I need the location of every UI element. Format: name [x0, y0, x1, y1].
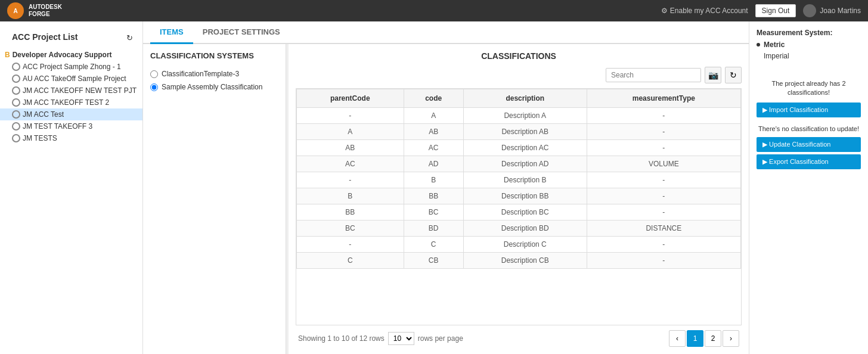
cell-code-5: BB: [404, 188, 463, 204]
sidebar-item-jm-tests[interactable]: JM TESTS: [0, 132, 142, 144]
cell-description-9: Description CB: [463, 253, 587, 269]
cell-code-3: AD: [404, 156, 463, 172]
showing-text: Showing 1 to 10 of 12 rows: [298, 334, 385, 343]
table-row: -CDescription C-: [297, 237, 741, 253]
table-row: -BDescription B-: [297, 172, 741, 188]
classifications-notice: The project already has 2 classification…: [757, 79, 861, 98]
logo-icon: A: [7, 2, 24, 19]
sidebar-item-acc-project-sample-zhong[interactable]: ACC Project Sample Zhong - 1: [0, 61, 142, 73]
sidebar-title: ACC Project List: [5, 29, 85, 46]
cell-code-0: A: [404, 108, 463, 124]
globe-icon: [12, 134, 20, 142]
cell-description-7: Description BD: [463, 221, 587, 237]
globe-icon: [12, 74, 20, 83]
classifications-panel: CLASSIFICATIONS 📷 ↻ parentCodecoded: [289, 44, 749, 354]
cell-parentCode-6: BB: [297, 204, 404, 221]
radio-input-sample-assembly-classification[interactable]: [150, 83, 158, 91]
table-row: BBBDescription BB-: [297, 188, 741, 204]
cell-measurementType-1: -: [587, 124, 740, 140]
th-parentCode: parentCode: [297, 89, 404, 108]
cell-measurementType-9: -: [587, 253, 740, 269]
imperial-option: Imperial: [757, 51, 861, 60]
cell-parentCode-0: -: [297, 108, 404, 124]
classifications-table: parentCodecodedescriptionmeasurementType…: [296, 89, 741, 269]
page-buttons: ‹ 1 2 ›: [669, 330, 739, 347]
cell-code-4: B: [404, 172, 463, 188]
classification-systems-title: CLASSIFICATION SYSTEMS: [150, 51, 278, 60]
table-row: BCBDDescription BDDISTANCE: [297, 221, 741, 237]
sidebar-item-developer-advocacy-support[interactable]: BDeveloper Advocacy Support: [0, 49, 142, 61]
right-sidebar: Measurement System: Metric Imperial The …: [749, 21, 868, 354]
project-sidebar: ACC Project List ↻ BDeveloper Advocacy S…: [0, 21, 143, 354]
logo: A AUTODESKFORGE: [7, 2, 62, 19]
rows-per-page-select[interactable]: 10 25 50: [388, 332, 414, 345]
table-row: -ADescription A-: [297, 108, 741, 124]
camera-icon: 📷: [708, 70, 718, 80]
cell-measurementType-2: -: [587, 140, 740, 156]
sidebar-item-jm-test-takeoff-3[interactable]: JM TEST TAKEOFF 3: [0, 120, 142, 132]
cell-description-5: Description BB: [463, 188, 587, 204]
page-1-button[interactable]: 1: [687, 330, 703, 347]
sidebar-item-jm-acc-takeoff-test-2[interactable]: JM ACC TAKEOFF TEST 2: [0, 97, 142, 108]
cell-description-0: Description A: [463, 108, 587, 124]
sign-out-button[interactable]: Sign Out: [755, 4, 796, 17]
classifications-table-container: parentCodecodedescriptionmeasurementType…: [296, 88, 742, 325]
sidebar-item-jm-acc-test[interactable]: JM ACC Test: [0, 108, 142, 120]
refresh-icon[interactable]: ↻: [122, 32, 138, 44]
cell-measurementType-3: VOLUME: [587, 156, 740, 172]
next-page-button[interactable]: ›: [723, 330, 739, 347]
globe-icon: [12, 98, 20, 107]
cell-description-4: Description B: [463, 172, 587, 188]
prev-page-button[interactable]: ‹: [669, 330, 686, 347]
camera-icon-button[interactable]: 📷: [705, 67, 721, 83]
content-area: ITEMS PROJECT SETTINGS CLASSIFICATION SY…: [143, 21, 749, 354]
globe-icon: [12, 86, 20, 95]
measurement-title: Measurement System:: [757, 29, 861, 37]
sidebar-item-au-acc-takeoff-sample[interactable]: AU ACC TakeOff Sample Project: [0, 73, 142, 85]
cell-description-3: Description AD: [463, 156, 587, 172]
actions-section: The project already has 2 classification…: [757, 74, 861, 169]
tab-bar: ITEMS PROJECT SETTINGS: [143, 21, 749, 44]
gear-icon: ⚙: [661, 7, 668, 15]
enable-acc-button[interactable]: ⚙ Enable my ACC Account: [661, 7, 748, 15]
app-header: A AUTODESKFORGE ⚙ Enable my ACC Account …: [0, 0, 868, 21]
metric-bullet: [757, 43, 760, 46]
cell-parentCode-1: A: [297, 124, 404, 140]
sidebar-item-jm-acc-takeoff-new-test[interactable]: JM ACC TAKEOFF NEW TEST PJT: [0, 85, 142, 97]
cell-code-8: C: [404, 237, 463, 253]
classification-systems-panel: CLASSIFICATION SYSTEMS ClassificationTem…: [143, 44, 286, 354]
metric-label: Metric: [764, 41, 785, 49]
main-layout: ACC Project List ↻ BDeveloper Advocacy S…: [0, 21, 868, 354]
no-update-notice: There's no classification to update!: [757, 125, 861, 133]
export-classification-button[interactable]: ▶ Export Classification: [757, 154, 861, 169]
user-name: Joao Martins: [820, 7, 861, 15]
update-classification-button[interactable]: ▶ Update Classification: [757, 137, 861, 152]
globe-icon: [12, 63, 20, 71]
cell-code-2: AC: [404, 140, 463, 156]
cell-code-6: BC: [404, 204, 463, 221]
import-classification-button[interactable]: ▶ Import Classification: [757, 103, 861, 117]
cell-description-8: Description C: [463, 237, 587, 253]
classifications-title: CLASSIFICATIONS: [296, 51, 742, 61]
cell-description-6: Description BC: [463, 204, 587, 221]
radio-item-classification-template-3[interactable]: ClassificationTemplate-3: [150, 67, 278, 80]
header-right: ⚙ Enable my ACC Account Sign Out Joao Ma…: [661, 4, 861, 17]
th-measurementType: measurementType: [587, 89, 740, 108]
content-body: CLASSIFICATION SYSTEMS ClassificationTem…: [143, 44, 749, 354]
cell-code-1: AB: [404, 124, 463, 140]
cell-parentCode-5: B: [297, 188, 404, 204]
table-row: BBBCDescription BC-: [297, 204, 741, 221]
tab-project-settings[interactable]: PROJECT SETTINGS: [193, 21, 290, 44]
refresh-icon: ↻: [730, 70, 737, 80]
pagination-info: Showing 1 to 10 of 12 rows 10 25 50 rows…: [298, 332, 463, 345]
cell-measurementType-6: -: [587, 204, 740, 221]
page-2-button[interactable]: 2: [705, 330, 721, 347]
cell-code-9: CB: [404, 253, 463, 269]
table-row: ABACDescription AC-: [297, 140, 741, 156]
cell-measurementType-8: -: [587, 237, 740, 253]
refresh-classifications-button[interactable]: ↻: [725, 67, 742, 83]
tab-items[interactable]: ITEMS: [150, 21, 193, 44]
radio-input-classification-template-3[interactable]: [150, 70, 158, 78]
radio-item-sample-assembly-classification[interactable]: Sample Assembly Classification: [150, 80, 278, 94]
search-input[interactable]: [606, 68, 701, 82]
